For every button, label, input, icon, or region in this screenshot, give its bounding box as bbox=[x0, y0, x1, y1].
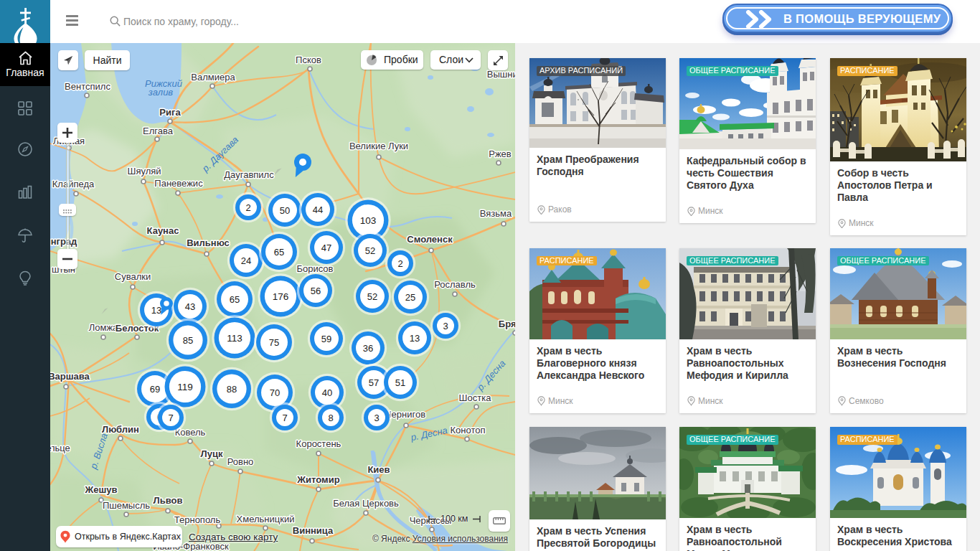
svg-text:Даугавпилс: Даугавпилс bbox=[224, 169, 274, 180]
svg-text:Шостка: Шостка bbox=[459, 392, 492, 403]
svg-text:Сувалки: Сувалки bbox=[115, 271, 151, 282]
svg-text:залив: залив bbox=[148, 87, 174, 98]
svg-text:2: 2 bbox=[245, 202, 250, 213]
svg-text:Шяуляй: Шяуляй bbox=[127, 166, 161, 176]
svg-text:40: 40 bbox=[322, 387, 332, 398]
svg-text:50: 50 bbox=[280, 205, 290, 216]
svg-text:65: 65 bbox=[230, 294, 240, 305]
svg-text:Львов: Львов bbox=[154, 495, 183, 506]
svg-text:3: 3 bbox=[374, 413, 379, 423]
svg-text:8: 8 bbox=[328, 413, 333, 423]
svg-text:88: 88 bbox=[227, 384, 237, 395]
svg-text:65: 65 bbox=[274, 247, 284, 258]
svg-text:69: 69 bbox=[150, 384, 160, 395]
svg-text:Ровно: Ровно bbox=[227, 456, 254, 467]
svg-text:59: 59 bbox=[321, 334, 331, 344]
svg-text:57: 57 bbox=[369, 377, 379, 388]
svg-text:7: 7 bbox=[282, 413, 287, 423]
svg-text:36: 36 bbox=[363, 343, 373, 354]
svg-text:Валмиера: Валмиера bbox=[191, 72, 235, 83]
svg-text:75: 75 bbox=[269, 337, 279, 348]
svg-text:176: 176 bbox=[273, 291, 289, 302]
svg-text:Рига: Рига bbox=[159, 107, 181, 118]
svg-text:51: 51 bbox=[395, 377, 405, 388]
svg-text:7: 7 bbox=[168, 413, 173, 423]
svg-text:Елгава: Елгава bbox=[143, 126, 174, 136]
svg-text:113: 113 bbox=[227, 333, 242, 344]
svg-text:Луцк: Луцк bbox=[201, 448, 223, 459]
svg-text:43: 43 bbox=[185, 301, 195, 312]
svg-text:Коростень: Коростень bbox=[296, 438, 341, 449]
svg-text:Паневежис: Паневежис bbox=[154, 178, 203, 189]
svg-text:ельце: ельце bbox=[50, 443, 70, 453]
svg-text:инград: инград bbox=[50, 236, 77, 247]
svg-text:2: 2 bbox=[397, 258, 402, 269]
svg-text:Кельце: Кельце bbox=[50, 443, 52, 453]
svg-text:47: 47 bbox=[321, 242, 331, 253]
svg-text:Ломжа: Ломжа bbox=[89, 322, 118, 333]
svg-text:85: 85 bbox=[183, 335, 193, 346]
svg-text:3: 3 bbox=[443, 321, 448, 331]
svg-text:Белая Церковь: Белая Церковь bbox=[333, 498, 399, 509]
svg-text:Варшава: Варшава bbox=[50, 371, 90, 382]
svg-text:70: 70 bbox=[270, 387, 280, 398]
svg-text:Винница: Винница bbox=[293, 525, 334, 536]
svg-text:Вязьма: Вязьма bbox=[480, 208, 512, 219]
svg-text:Вильнюс: Вильнюс bbox=[187, 237, 230, 248]
svg-text:Вентспилс: Вентспилс bbox=[65, 81, 110, 92]
svg-text:24: 24 bbox=[241, 255, 251, 266]
svg-text:Люблин: Люблин bbox=[102, 424, 139, 435]
svg-text:13: 13 bbox=[410, 333, 420, 344]
svg-text:13: 13 bbox=[151, 305, 161, 316]
svg-text:Брянск: Брянск bbox=[499, 319, 515, 329]
svg-text:Смоленск: Смоленск bbox=[407, 234, 453, 245]
svg-text:25: 25 bbox=[405, 292, 415, 303]
svg-text:Великие Луки: Великие Луки bbox=[349, 141, 408, 151]
svg-text:Хмельницкий: Хмельницкий bbox=[237, 514, 295, 524]
svg-text:Тернополь: Тернополь bbox=[174, 514, 221, 525]
svg-text:Киев: Киев bbox=[367, 464, 390, 475]
svg-text:Каунас: Каунас bbox=[147, 225, 179, 236]
svg-text:Вышний В: Вышний В bbox=[487, 69, 515, 80]
svg-text:Житомир: Житомир bbox=[296, 474, 339, 485]
svg-text:Рославль: Рославль bbox=[434, 279, 476, 290]
svg-text:Ржев: Ржев bbox=[489, 149, 512, 159]
svg-text:Жешув: Жешув bbox=[84, 484, 117, 495]
svg-text:Конотоп: Конотоп bbox=[450, 425, 485, 435]
svg-text:52: 52 bbox=[367, 291, 377, 302]
svg-text:44: 44 bbox=[313, 204, 323, 215]
svg-text:Пшемысль: Пшемысль bbox=[103, 500, 150, 511]
svg-text:52: 52 bbox=[365, 245, 375, 256]
svg-text:103: 103 bbox=[360, 215, 377, 226]
svg-text:56: 56 bbox=[311, 286, 321, 296]
svg-text:Псков: Псков bbox=[296, 55, 321, 65]
svg-text:119: 119 bbox=[177, 382, 193, 392]
svg-text:Клайпеда: Клайпеда bbox=[52, 179, 95, 189]
